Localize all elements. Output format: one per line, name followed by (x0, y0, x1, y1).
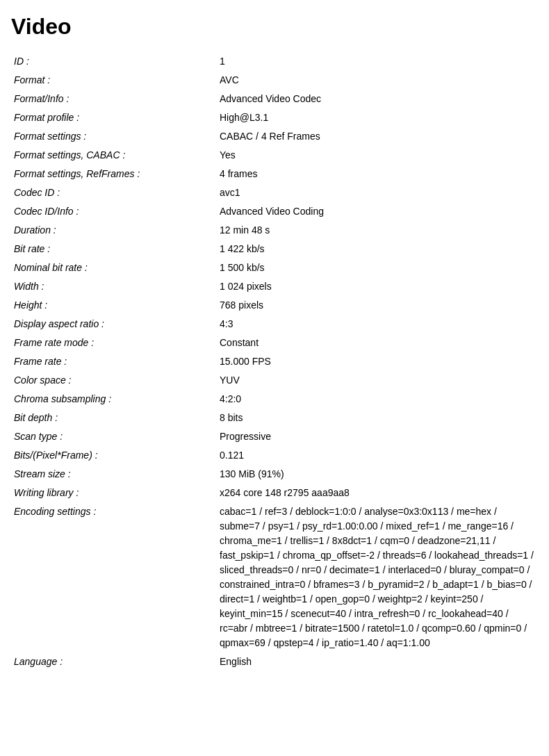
row-value: 4 frames (206, 165, 538, 183)
table-row: Frame rate :15.000 FPS (11, 352, 538, 371)
table-row: Writing library :x264 core 148 r2795 aaa… (11, 484, 538, 502)
row-value: 1 500 kb/s (206, 258, 538, 277)
row-label: Format : (11, 71, 206, 90)
table-row: Stream size :130 MiB (91%) (11, 465, 538, 484)
video-info-table: ID :1Format :AVCFormat/Info :Advanced Vi… (11, 52, 538, 671)
row-value: 1 422 kb/s (206, 240, 538, 258)
table-row: Codec ID :avc1 (11, 183, 538, 202)
row-value: 130 MiB (91%) (206, 465, 538, 484)
table-row: Height :768 pixels (11, 296, 538, 315)
table-row: Encoding settings :cabac=1 / ref=3 / deb… (11, 502, 538, 652)
page-title: Video (11, 14, 538, 40)
table-row: Bits/(Pixel*Frame) :0.121 (11, 446, 538, 465)
row-value: 1 (206, 52, 538, 71)
row-value: x264 core 148 r2795 aaa9aa8 (206, 484, 538, 502)
row-value: English (206, 652, 538, 671)
table-row: ID :1 (11, 52, 538, 71)
row-label: Chroma subsampling : (11, 390, 206, 409)
row-label: Height : (11, 296, 206, 315)
row-value: High@L3.1 (206, 108, 538, 127)
row-label: Stream size : (11, 465, 206, 484)
table-row: Width :1 024 pixels (11, 277, 538, 296)
row-label: Format settings : (11, 127, 206, 146)
row-label: Duration : (11, 221, 206, 240)
row-value: Advanced Video Codec (206, 90, 538, 108)
row-value: 1 024 pixels (206, 277, 538, 296)
row-label: Frame rate mode : (11, 334, 206, 352)
table-row: Format profile :High@L3.1 (11, 108, 538, 127)
table-row: Bit depth :8 bits (11, 409, 538, 427)
row-value: 4:3 (206, 315, 538, 334)
row-label: Bits/(Pixel*Frame) : (11, 446, 206, 465)
row-value: 768 pixels (206, 296, 538, 315)
row-label: Nominal bit rate : (11, 258, 206, 277)
table-row: Color space :YUV (11, 371, 538, 390)
row-value: Progressive (206, 427, 538, 446)
row-label: Format/Info : (11, 90, 206, 108)
table-row: Format/Info :Advanced Video Codec (11, 90, 538, 108)
row-label: Color space : (11, 371, 206, 390)
row-value: 12 min 48 s (206, 221, 538, 240)
row-label: Writing library : (11, 484, 206, 502)
table-row: Nominal bit rate :1 500 kb/s (11, 258, 538, 277)
table-row: Codec ID/Info :Advanced Video Coding (11, 202, 538, 221)
row-value: 4:2:0 (206, 390, 538, 409)
row-value: 0.121 (206, 446, 538, 465)
table-row: Format settings, RefFrames :4 frames (11, 165, 538, 183)
table-row: Bit rate :1 422 kb/s (11, 240, 538, 258)
row-label: Frame rate : (11, 352, 206, 371)
row-label: Bit rate : (11, 240, 206, 258)
table-row: Language :English (11, 652, 538, 671)
row-value: avc1 (206, 183, 538, 202)
table-row: Duration :12 min 48 s (11, 221, 538, 240)
row-value: 8 bits (206, 409, 538, 427)
row-value: Yes (206, 146, 538, 165)
row-label: Codec ID : (11, 183, 206, 202)
row-label: Bit depth : (11, 409, 206, 427)
row-value: Constant (206, 334, 538, 352)
table-row: Format settings, CABAC :Yes (11, 146, 538, 165)
row-label: Language : (11, 652, 206, 671)
table-row: Chroma subsampling :4:2:0 (11, 390, 538, 409)
table-row: Format settings :CABAC / 4 Ref Frames (11, 127, 538, 146)
row-value: AVC (206, 71, 538, 90)
row-value: YUV (206, 371, 538, 390)
row-label: Width : (11, 277, 206, 296)
row-label: Format profile : (11, 108, 206, 127)
row-value: Advanced Video Coding (206, 202, 538, 221)
row-label: Codec ID/Info : (11, 202, 206, 221)
table-row: Format :AVC (11, 71, 538, 90)
row-label: Display aspect ratio : (11, 315, 206, 334)
row-value: cabac=1 / ref=3 / deblock=1:0:0 / analys… (206, 502, 538, 652)
table-row: Display aspect ratio :4:3 (11, 315, 538, 334)
row-label: Encoding settings : (11, 502, 206, 652)
row-label: Format settings, RefFrames : (11, 165, 206, 183)
table-row: Frame rate mode :Constant (11, 334, 538, 352)
row-label: ID : (11, 52, 206, 71)
row-label: Scan type : (11, 427, 206, 446)
row-value: CABAC / 4 Ref Frames (206, 127, 538, 146)
row-value: 15.000 FPS (206, 352, 538, 371)
table-row: Scan type :Progressive (11, 427, 538, 446)
row-label: Format settings, CABAC : (11, 146, 206, 165)
